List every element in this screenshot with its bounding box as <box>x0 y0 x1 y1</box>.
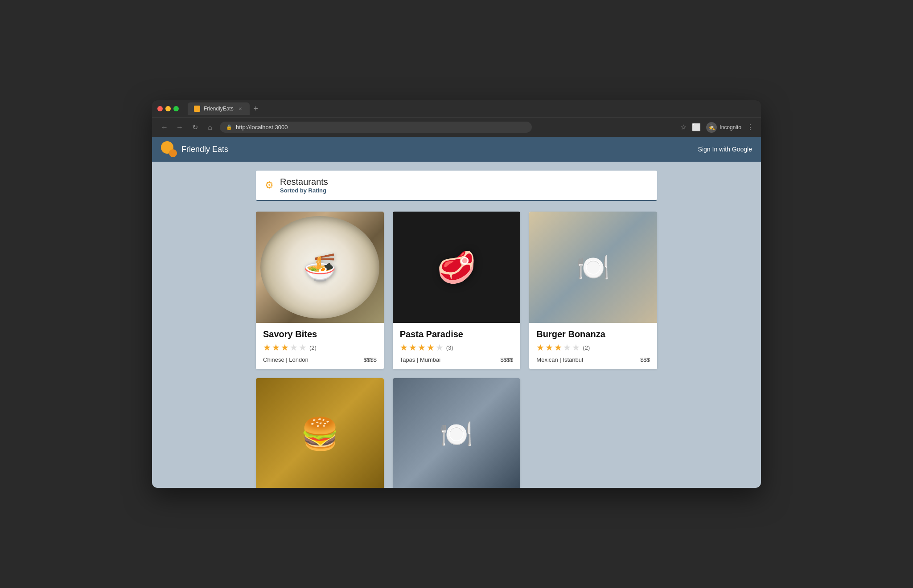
card-name: Savory Bites <box>263 329 377 339</box>
incognito-label: Incognito <box>720 124 741 131</box>
star-3: ★ <box>418 342 426 353</box>
toolbar-right: ☆ ⬜ 🕵 Incognito ⋮ <box>680 122 754 133</box>
card-price: $$$ <box>640 356 650 363</box>
restaurant-card[interactable]: Fine Dining ★ ★ ★ ★ ★ (1) <box>393 378 521 488</box>
star-3: ★ <box>554 342 562 353</box>
review-count: (2) <box>583 344 590 351</box>
card-name: Pasta Paradise <box>400 329 514 339</box>
star-rating: ★ ★ ★ ★ ★ (2) <box>536 342 650 353</box>
sign-in-button[interactable]: Sign In with Google <box>698 146 752 153</box>
browser-menu-icon[interactable]: ⋮ <box>747 123 754 131</box>
restaurant-image <box>256 378 384 488</box>
minimize-button[interactable] <box>165 106 171 111</box>
sorted-by-label: Sorted by Rating <box>280 187 328 194</box>
logo-icon <box>161 141 177 157</box>
restaurant-image <box>393 212 521 323</box>
lock-icon: 🔒 <box>226 124 232 130</box>
title-bar: FriendlyEats ✕ + <box>152 100 761 117</box>
restaurants-title-group: Restaurants Sorted by Rating <box>280 177 328 194</box>
star-5: ★ <box>299 342 307 353</box>
star-1: ★ <box>536 342 544 353</box>
restaurants-header: ⚙ Restaurants Sorted by Rating <box>256 171 657 201</box>
restaurant-card[interactable]: Burger Bonanza ★ ★ ★ ★ ★ (2) Mexican | I… <box>529 212 657 369</box>
card-body: Pasta Paradise ★ ★ ★ ★ ★ (3) Tapas | Mum… <box>393 323 521 369</box>
restaurant-image <box>529 212 657 323</box>
card-cuisine: Mexican | Istanbul <box>536 356 583 363</box>
restaurant-grid: Savory Bites ★ ★ ★ ★ ★ (2) Chinese | Lon… <box>256 212 657 488</box>
star-1: ★ <box>400 342 408 353</box>
restaurant-image <box>256 212 384 323</box>
card-body: Savory Bites ★ ★ ★ ★ ★ (2) Chinese | Lon… <box>256 323 384 369</box>
tab-close-button[interactable]: ✕ <box>237 106 243 112</box>
tab-title: FriendlyEats <box>204 106 234 112</box>
bookmark-icon[interactable]: ☆ <box>680 123 687 131</box>
review-count: (3) <box>446 344 453 351</box>
star-3: ★ <box>281 342 289 353</box>
main-content: ⚙ Restaurants Sorted by Rating Savory Bi… <box>152 162 761 488</box>
restaurant-card[interactable]: The Burger Place ★ ★ ★ ★ ★ (5) <box>256 378 384 488</box>
back-button[interactable]: ← <box>159 122 170 133</box>
star-4: ★ <box>290 342 298 353</box>
review-count: (2) <box>309 344 317 351</box>
tab-favicon <box>194 106 200 112</box>
card-body: Burger Bonanza ★ ★ ★ ★ ★ (2) Mexican | I… <box>529 323 657 369</box>
app-content: Friendly Eats Sign In with Google ⚙ Rest… <box>152 137 761 488</box>
restaurants-title: Restaurants <box>280 177 328 187</box>
address-bar: ← → ↻ ⌂ 🔒 http://localhost:3000 ☆ ⬜ 🕵 In… <box>152 117 761 137</box>
restaurant-card[interactable]: Pasta Paradise ★ ★ ★ ★ ★ (3) Tapas | Mum… <box>393 212 521 369</box>
traffic-lights <box>157 106 179 111</box>
refresh-button[interactable]: ↻ <box>189 122 200 133</box>
card-meta: Tapas | Mumbai $$$$ <box>400 356 514 363</box>
card-name: Burger Bonanza <box>536 329 650 339</box>
tab-bar: FriendlyEats ✕ + <box>188 102 756 115</box>
card-price: $$$$ <box>364 356 377 363</box>
card-cuisine: Tapas | Mumbai <box>400 356 441 363</box>
restaurant-card[interactable]: Savory Bites ★ ★ ★ ★ ★ (2) Chinese | Lon… <box>256 212 384 369</box>
filter-icon[interactable]: ⚙ <box>265 180 274 191</box>
card-cuisine: Chinese | London <box>263 356 308 363</box>
star-5: ★ <box>436 342 444 353</box>
star-5: ★ <box>572 342 580 353</box>
logo-circle-small <box>169 149 177 157</box>
app-header: Friendly Eats Sign In with Google <box>152 137 761 162</box>
app-title: Friendly Eats <box>181 145 228 154</box>
card-price: $$$$ <box>500 356 513 363</box>
star-rating: ★ ★ ★ ★ ★ (2) <box>263 342 377 353</box>
url-text: http://localhost:3000 <box>236 124 288 131</box>
new-tab-button[interactable]: + <box>250 102 262 115</box>
home-button[interactable]: ⌂ <box>205 122 215 133</box>
star-4: ★ <box>427 342 435 353</box>
content-wrapper: ⚙ Restaurants Sorted by Rating Savory Bi… <box>256 171 657 479</box>
star-2: ★ <box>272 342 280 353</box>
forward-button[interactable]: → <box>174 122 185 133</box>
star-2: ★ <box>545 342 553 353</box>
star-1: ★ <box>263 342 271 353</box>
star-rating: ★ ★ ★ ★ ★ (3) <box>400 342 514 353</box>
star-2: ★ <box>409 342 417 353</box>
card-meta: Chinese | London $$$$ <box>263 356 377 363</box>
incognito-badge: 🕵 Incognito <box>706 122 741 133</box>
browser-window: FriendlyEats ✕ + ← → ↻ ⌂ 🔒 http://localh… <box>152 100 761 488</box>
split-view-icon[interactable]: ⬜ <box>692 123 701 131</box>
active-tab[interactable]: FriendlyEats ✕ <box>188 102 250 115</box>
star-4: ★ <box>563 342 571 353</box>
app-logo: Friendly Eats <box>161 141 228 157</box>
maximize-button[interactable] <box>173 106 179 111</box>
close-button[interactable] <box>157 106 163 111</box>
address-input[interactable]: 🔒 http://localhost:3000 <box>220 122 532 133</box>
incognito-avatar: 🕵 <box>706 122 717 133</box>
card-meta: Mexican | Istanbul $$$ <box>536 356 650 363</box>
restaurant-image <box>393 378 521 488</box>
